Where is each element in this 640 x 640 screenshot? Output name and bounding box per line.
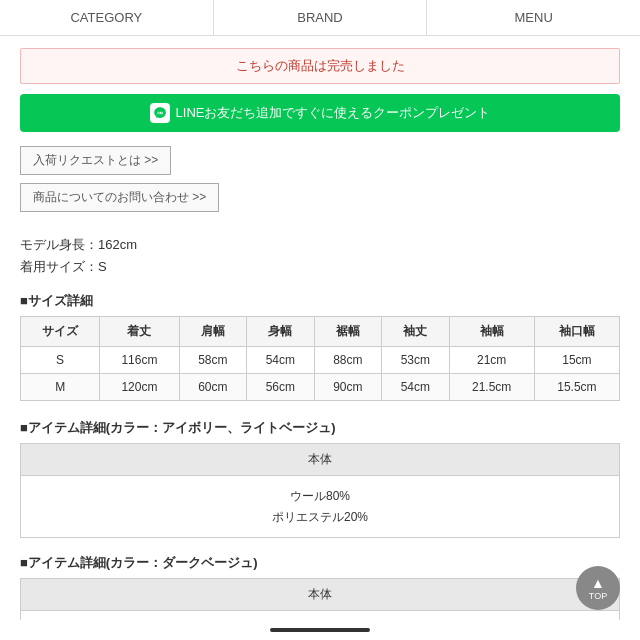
nav-item-menu[interactable]: MENU xyxy=(427,0,640,35)
col-hem-width: 裾幅 xyxy=(314,317,382,347)
size-table: サイズ 着丈 肩幅 身幅 裾幅 袖丈 袖幅 袖口幅 S 116cm 58cm 5… xyxy=(20,316,620,401)
soldout-text: こちらの商品は完売しました xyxy=(236,58,405,73)
model-info: モデル身長：162cm 着用サイズ：S xyxy=(20,234,620,278)
size-table-header-row: サイズ 着丈 肩幅 身幅 裾幅 袖丈 袖幅 袖口幅 xyxy=(21,317,620,347)
detail-table-1-header-row: 本体 xyxy=(21,444,620,476)
line-banner-text: LINEお友だち追加ですぐに使えるクーポンプレゼント xyxy=(176,104,491,122)
top-navigation: CATEGORY BRAND MENU xyxy=(0,0,640,36)
item-detail-table-1: 本体 ウール80%ポリエステル20% xyxy=(20,443,620,538)
request-link-button[interactable]: 入荷リクエストとは >> xyxy=(20,146,171,175)
size-section-header: ■サイズ詳細 xyxy=(20,292,620,310)
table-row: M 120cm 60cm 56cm 90cm 54cm 21.5cm 15.5c… xyxy=(21,374,620,401)
col-sleeve-length: 袖丈 xyxy=(382,317,450,347)
col-size: サイズ xyxy=(21,317,100,347)
col-cuff-width: 袖口幅 xyxy=(534,317,619,347)
home-indicator xyxy=(270,628,370,632)
detail-1-content: ウール80%ポリエステル20% xyxy=(21,476,620,538)
inquiry-link-button[interactable]: 商品についてのお問い合わせ >> xyxy=(20,183,219,212)
nav-item-brand[interactable]: BRAND xyxy=(214,0,428,35)
line-icon xyxy=(150,103,170,123)
link-buttons-area: 入荷リクエストとは >> 商品についてのお問い合わせ >> xyxy=(20,146,620,220)
model-size: 着用サイズ：S xyxy=(20,256,620,278)
line-banner[interactable]: LINEお友だち追加ですぐに使えるクーポンプレゼント xyxy=(20,94,620,132)
bottom-bar xyxy=(0,620,640,640)
main-content: こちらの商品は完売しました LINEお友だち追加ですぐに使えるクーポンプレゼント… xyxy=(0,36,640,640)
top-button-arrow-icon: ▲ xyxy=(591,576,605,590)
col-shoulder: 肩幅 xyxy=(179,317,247,347)
top-button-label: TOP xyxy=(589,591,607,601)
col-length: 着丈 xyxy=(100,317,179,347)
detail-2-col-header: 本体 xyxy=(21,578,620,610)
item-detail-2-header: ■アイテム詳細(カラー：ダークベージュ) xyxy=(20,554,620,572)
col-sleeve-width: 袖幅 xyxy=(449,317,534,347)
nav-item-category[interactable]: CATEGORY xyxy=(0,0,214,35)
soldout-banner: こちらの商品は完売しました xyxy=(20,48,620,84)
item-detail-1-header: ■アイテム詳細(カラー：アイボリー、ライトベージュ) xyxy=(20,419,620,437)
table-row: ウール80%ポリエステル20% xyxy=(21,476,620,538)
detail-table-2-header-row: 本体 xyxy=(21,578,620,610)
model-height: モデル身長：162cm xyxy=(20,234,620,256)
detail-1-col-header: 本体 xyxy=(21,444,620,476)
table-row: S 116cm 58cm 54cm 88cm 53cm 21cm 15cm xyxy=(21,347,620,374)
col-body-width: 身幅 xyxy=(247,317,315,347)
top-button[interactable]: ▲ TOP xyxy=(576,566,620,610)
